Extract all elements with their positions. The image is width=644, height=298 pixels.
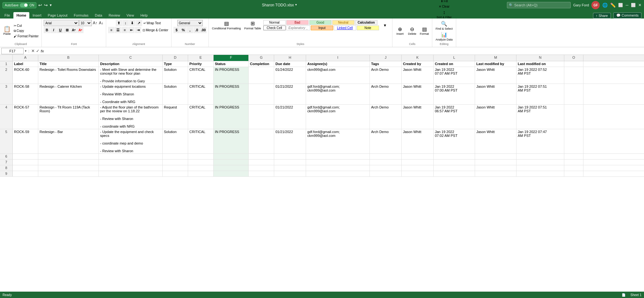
format-painter-button[interactable]: 🖌 Format Painter	[13, 34, 40, 39]
cell-6-k[interactable]	[402, 154, 434, 159]
paste-button[interactable]: 📋 Paste	[2, 26, 12, 36]
cell-2-n[interactable]: Jan 19 2022 07:52 AM PST	[516, 67, 564, 84]
cell-2-l[interactable]: Jan 19 2022 07:07 AM PST	[434, 67, 475, 84]
window-maximize-icon[interactable]: ⬜	[631, 3, 636, 7]
cell-9-c[interactable]	[99, 171, 163, 176]
cell-4-h[interactable]: 01/21/2022	[274, 105, 306, 129]
window-restore-icon[interactable]: ⬜	[618, 3, 623, 7]
cell-2-m[interactable]: Jason Whitt	[475, 67, 516, 84]
cell-5-n[interactable]: Jan 19 2022 07:47 AM PST	[516, 129, 564, 153]
cell-5-f[interactable]: IN PROGRESS	[214, 129, 249, 153]
cell-4-o[interactable]	[564, 105, 583, 129]
formula-confirm-button[interactable]: ✓	[36, 48, 40, 53]
cell-8-n[interactable]	[516, 165, 564, 171]
styles-dropdown-button[interactable]: ▾	[380, 22, 390, 28]
cell-8-f[interactable]	[214, 165, 249, 171]
cell-5-g[interactable]	[249, 129, 274, 153]
cell-4-f[interactable]: IN PROGRESS	[214, 105, 249, 129]
col-header-m[interactable]: M	[475, 55, 516, 61]
align-middle-button[interactable]: ↕	[122, 20, 129, 26]
cell-9-i[interactable]	[306, 171, 370, 176]
col-header-k[interactable]: K	[402, 55, 434, 61]
align-center-button[interactable]: ☰	[115, 27, 121, 33]
cell-9-k[interactable]	[402, 171, 434, 176]
cell-9-j[interactable]	[370, 171, 402, 176]
cell-8-l[interactable]	[434, 165, 475, 171]
style-explanatory[interactable]: Explanatory _	[286, 26, 310, 30]
number-format-select[interactable]: General	[177, 20, 203, 26]
cell-9-m[interactable]	[475, 171, 516, 176]
header-cell-label[interactable]: Label	[13, 61, 38, 67]
cell-6-h[interactable]	[274, 154, 306, 159]
cell-6-j[interactable]	[370, 154, 402, 159]
header-cell-tags[interactable]: Tags	[370, 61, 402, 67]
cell-8-i[interactable]	[306, 165, 370, 171]
cell-5-b[interactable]: Redesign - Bar	[38, 129, 99, 153]
cell-8-j[interactable]	[370, 165, 402, 171]
autosave-badge[interactable]: AutoSave ON	[3, 2, 36, 8]
cell-8-e[interactable]	[188, 165, 214, 171]
grid-scroll[interactable]: 1 Label Title Description Type Priority …	[0, 61, 644, 297]
cell-7-k[interactable]	[402, 160, 434, 165]
italic-button[interactable]: I	[50, 27, 57, 33]
cell-9-e[interactable]	[188, 171, 214, 176]
col-header-n[interactable]: N	[516, 55, 564, 61]
cell-3-g[interactable]	[249, 84, 274, 104]
style-good[interactable]: Good	[309, 20, 332, 25]
currency-button[interactable]: $	[173, 27, 180, 33]
cell-4-g[interactable]	[249, 105, 274, 129]
col-header-g[interactable]: G	[249, 55, 274, 61]
tab-insert[interactable]: Insert	[29, 12, 45, 19]
file-dropdown-icon[interactable]: ▾	[295, 3, 297, 7]
cell-2-f[interactable]: IN PROGRESS	[214, 67, 249, 84]
redo-icon[interactable]: ↪	[44, 3, 48, 8]
cell-3-e[interactable]: CRITICAL	[188, 84, 214, 104]
col-header-b[interactable]: B	[38, 55, 99, 61]
cell-4-d[interactable]: Request	[163, 105, 188, 129]
cell-9-o[interactable]	[564, 171, 583, 176]
cell-8-b[interactable]	[38, 165, 99, 171]
cell-8-g[interactable]	[249, 165, 274, 171]
cell-3-n[interactable]: Jan 19 2022 07:51 AM PST	[516, 84, 564, 104]
col-header-h[interactable]: H	[274, 55, 306, 61]
cell-3-b[interactable]: Redesign - Caterer Kitchen	[38, 84, 99, 104]
cell-4-b[interactable]: Redesign - Tlt Room 119A (Tack Room)	[38, 105, 99, 129]
cell-9-a[interactable]	[13, 171, 38, 176]
header-cell-completion[interactable]: Completion	[249, 61, 274, 67]
cell-5-c[interactable]: - Update the equipment and check specs -…	[99, 129, 163, 153]
window-close-icon[interactable]: ✕	[638, 3, 641, 7]
cell-9-d[interactable]	[163, 171, 188, 176]
style-input[interactable]: Input	[311, 26, 333, 30]
cell-7-i[interactable]	[306, 160, 370, 165]
align-top-button[interactable]: ⬆	[116, 20, 122, 26]
cell-7-h[interactable]	[274, 160, 306, 165]
cell-8-d[interactable]	[163, 165, 188, 171]
header-cell-priority[interactable]: Priority	[188, 61, 214, 67]
cell-5-d[interactable]: Solution	[163, 129, 188, 153]
cell-3-d[interactable]: Solution	[163, 84, 188, 104]
clear-button[interactable]: ✕ Clear	[438, 4, 450, 9]
copy-button[interactable]: ⧉ Copy	[13, 28, 40, 34]
cell-3-o[interactable]	[564, 84, 583, 104]
cell-2-j[interactable]: Arch Demo	[370, 67, 402, 84]
cell-7-b[interactable]	[38, 160, 99, 165]
font-family-select[interactable]: Arial	[44, 20, 79, 26]
format-as-table-button[interactable]: ⊞ Format Table	[243, 20, 262, 31]
bold-button[interactable]: B	[44, 27, 50, 33]
font-color-button[interactable]: A▾	[77, 27, 84, 33]
cell-reference-box[interactable]	[1, 48, 24, 54]
tab-formulas[interactable]: Formulas	[71, 12, 92, 19]
cell-9-g[interactable]	[249, 171, 274, 176]
cell-9-n[interactable]	[516, 171, 564, 176]
tab-view[interactable]: View	[123, 12, 137, 19]
formula-fx-button[interactable]: fx	[41, 49, 44, 53]
cell-6-n[interactable]	[516, 154, 564, 159]
fill-color-button[interactable]: A▾	[70, 27, 77, 33]
header-cell-title[interactable]: Title	[38, 61, 99, 67]
cut-button[interactable]: ✂ Cut	[13, 23, 40, 28]
cell-6-g[interactable]	[249, 154, 274, 159]
cell-2-g[interactable]	[249, 67, 274, 84]
tab-data[interactable]: Data	[91, 12, 105, 19]
col-header-c[interactable]: C	[99, 55, 163, 61]
col-header-d[interactable]: D	[163, 55, 188, 61]
